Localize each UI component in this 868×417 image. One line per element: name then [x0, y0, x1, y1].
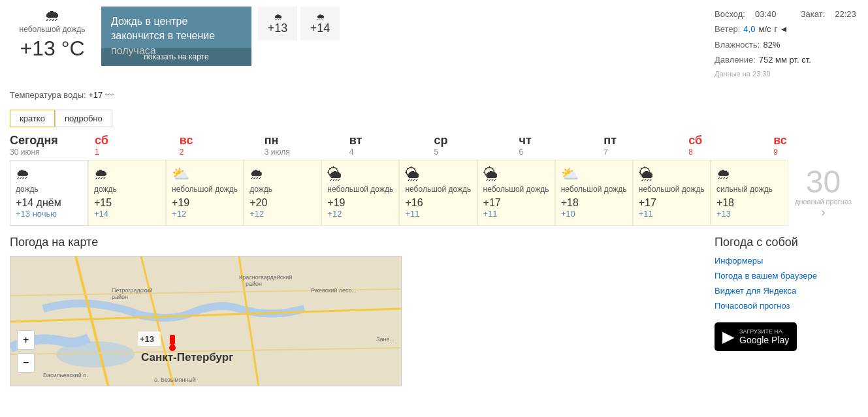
svg-point-18: [169, 345, 176, 351]
sidebar: Погода с собой Информеры Погода в вашем …: [715, 236, 858, 386]
forecast-cell-9[interactable]: 🌧 сильный дождь +18 +13: [711, 160, 788, 226]
svg-text:Ржевский лесо...: Ржевский лесо...: [311, 287, 357, 294]
show-map-button[interactable]: показать на карте: [101, 48, 251, 66]
forecast-cell-5[interactable]: 🌦 небольшой дождь +16 +11: [399, 160, 477, 226]
wind-dir: г ◄: [775, 22, 788, 37]
wind-label: Ветер:: [715, 22, 740, 37]
forecast-cell-3[interactable]: 🌧 дождь +20 +12: [244, 160, 321, 226]
current-weather-icon: 🌧: [44, 7, 60, 25]
forecast-day-temp-5: +16: [405, 197, 423, 209]
svg-text:Зане...: Зане...: [376, 336, 394, 343]
forecast-cell-1[interactable]: 🌧 дождь +15 +14: [88, 160, 166, 226]
day-date-9: 9: [773, 147, 858, 157]
forecast-day-temp-2: +19: [172, 197, 189, 209]
thirty-days-button[interactable]: 30 дневный прогноз ›: [788, 160, 858, 226]
forecast-condition-6: небольшой дождь: [483, 185, 549, 194]
forecast-header-6: чт 6: [519, 134, 603, 157]
tab-detailed[interactable]: подробно: [55, 110, 112, 127]
day-name-4: вт: [349, 134, 434, 147]
sidebar-link-hourly[interactable]: Почасовой прогноз: [715, 301, 858, 311]
forecast-icon-3: 🌧: [249, 166, 264, 183]
forecast-cell-0[interactable]: 🌧 дождь +14 днём +13 ночью: [10, 160, 88, 226]
day-date-6: 6: [519, 147, 603, 157]
forecast-cell-8[interactable]: 🌦 небольшой дождь +17 +11: [633, 160, 711, 226]
day-date-5: 5: [434, 147, 519, 157]
forecast-night-temp-1: +14: [94, 209, 108, 219]
day-name-1: сб: [95, 134, 180, 147]
forecast-condition-7: небольшой дождь: [561, 185, 627, 194]
day-date-3: 3 июля: [265, 147, 349, 157]
forecast-night-temp-5: +11: [405, 209, 419, 219]
forecast-condition-4: небольшой дождь: [327, 185, 393, 194]
forecast-cell-2[interactable]: ⛅ небольшой дождь +19 +12: [166, 160, 244, 226]
day-name-7: пт: [603, 134, 688, 147]
hourly-temp-0: +13: [266, 22, 289, 35]
water-temp-label: Температура воды:: [10, 90, 86, 100]
google-play-text: ЗАГРУЗИТЕ НА Google Play: [739, 328, 789, 345]
hourly-icon-1: 🌧: [308, 12, 332, 22]
data-time: Данные на 23:30: [715, 68, 858, 81]
wind-row: Ветер: 4,0 м/с г ◄: [715, 22, 858, 37]
svg-text:Санкт-Петербург: Санкт-Петербург: [141, 351, 233, 363]
sunset-label: Закат:: [801, 7, 826, 22]
sunset-value: 22:23: [835, 7, 856, 22]
water-temp-value: +17: [88, 90, 103, 100]
thirty-days-label: дневный прогноз: [795, 198, 852, 206]
sunrise-value: 03:40: [755, 7, 777, 22]
day-name-3: пн: [265, 134, 349, 147]
svg-text:район: район: [246, 281, 262, 287]
map-title: Погода на карте: [10, 236, 701, 249]
humidity-label: Влажность:: [715, 37, 760, 52]
forecast-section: Сегодня 30 июня сб 1 вс 2 пн 3 июля вт 4…: [0, 134, 868, 226]
day-date-8: 8: [688, 147, 773, 157]
hourly-block-0[interactable]: 🌧 +13: [258, 7, 297, 40]
svg-text:Петроградский: Петроградский: [112, 287, 152, 294]
forecast-day-temp-0: +14 днём: [16, 197, 61, 209]
forecast-cell-7[interactable]: ⛅ небольшой дождь +18 +10: [555, 160, 633, 226]
hourly-icon-0: 🌧: [266, 12, 289, 22]
sidebar-link-widget[interactable]: Виджет для Яндекса: [715, 286, 858, 296]
forecast-night-temp-9: +13: [716, 209, 731, 219]
water-temp-row: Температура воды: +17 〰: [0, 87, 868, 106]
current-weather: 🌧 небольшой дождь +13 °C: [10, 7, 95, 61]
forecast-cell-6[interactable]: 🌦 небольшой дождь +17 +11: [477, 160, 555, 226]
forecast-cell-4[interactable]: 🌦 небольшой дождь +19 +12: [321, 160, 399, 226]
tab-brief[interactable]: кратко: [10, 110, 55, 127]
map-container[interactable]: +13 Санкт-Петербург Петроградский район …: [10, 256, 402, 386]
forecast-day-temp-8: +17: [639, 197, 656, 209]
map-zoom-in-button[interactable]: +: [17, 330, 35, 350]
sunrise-sunset-row: Восход: 03:40 Закат: 22:23: [715, 7, 858, 22]
hourly-block-1[interactable]: 🌧 +14: [300, 7, 340, 40]
svg-text:+13: +13: [140, 334, 154, 344]
map-zoom-out-button[interactable]: −: [17, 353, 35, 373]
svg-rect-0: [10, 256, 402, 386]
wind-value: 4,0: [743, 22, 755, 37]
forecast-night-temp-3: +12: [249, 209, 264, 219]
forecast-night-temp-8: +11: [639, 209, 653, 219]
svg-text:Васильевский о.: Васильевский о.: [43, 372, 88, 378]
forecast-day-temp-7: +18: [561, 197, 579, 209]
hourly-temps: 🌧 +13 🌧 +14: [258, 7, 340, 40]
google-play-button[interactable]: ▶ ЗАГРУЗИТЕ НА Google Play: [715, 322, 797, 351]
day-date-4: 4: [349, 147, 434, 157]
sidebar-link-informers[interactable]: Информеры: [715, 256, 858, 266]
forecast-icon-4: 🌦: [327, 166, 342, 183]
day-date-2: 2: [180, 147, 265, 157]
sidebar-link-browser[interactable]: Погода в вашем браузере: [715, 271, 858, 281]
forecast-header-2: вс 2: [180, 134, 265, 157]
forecast-day-temp-4: +19: [327, 197, 345, 209]
forecast-night-temp-6: +11: [483, 209, 498, 219]
current-temp: +13 °C: [20, 37, 84, 61]
day-date-0: 30 июня: [10, 147, 95, 157]
forecast-header-today: Сегодня 30 июня: [10, 134, 95, 157]
day-name-9: вс: [773, 134, 858, 147]
forecast-header-4: вт 4: [349, 134, 434, 157]
map-section: Погода на карте +13 Санкт-Пе: [10, 236, 701, 386]
map-svg: +13 Санкт-Петербург Петроградский район …: [10, 256, 402, 386]
forecast-icon-5: 🌦: [405, 166, 419, 183]
forecast-header-7: пт 7: [603, 134, 688, 157]
forecast-day-temp-6: +17: [483, 197, 501, 209]
current-condition: небольшой дождь: [20, 25, 86, 34]
weather-details: Восход: 03:40 Закат: 22:23 Ветер: 4,0 м/…: [715, 7, 858, 80]
humidity-value: 82%: [763, 37, 780, 52]
